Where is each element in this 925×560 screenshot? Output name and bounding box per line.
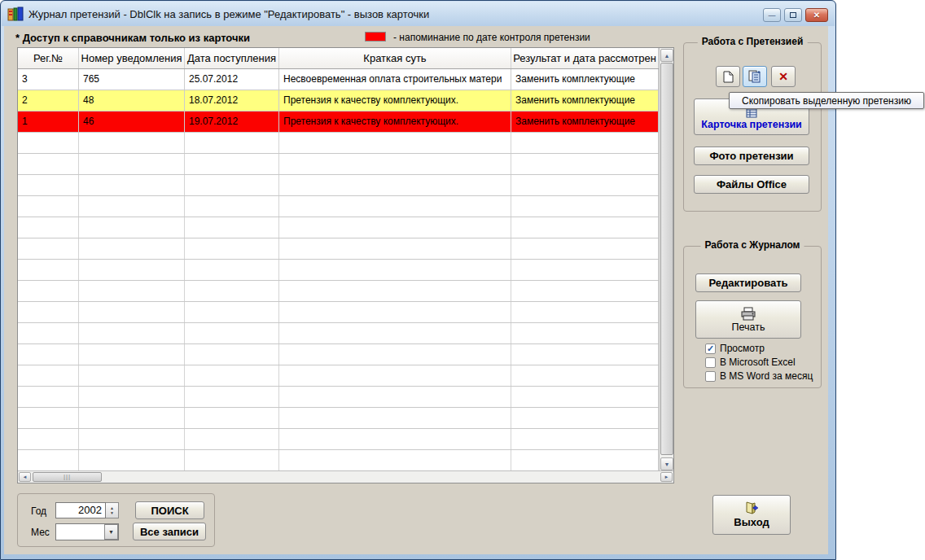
app-books-icon (7, 7, 24, 21)
scroll-right-button[interactable]: ► (660, 472, 673, 482)
scroll-down-icon: ▼ (664, 462, 670, 467)
cell-reg: 3 (18, 69, 79, 90)
claim-panel: Работа с Претензией ✕ (683, 42, 822, 212)
cell-result: Заменить комплектующие (511, 90, 659, 111)
table-empty-row (18, 133, 660, 154)
table-row[interactable]: 3 765 25.07.2012 Несвоевременная оплата … (18, 69, 660, 90)
horizontal-scroll-thumb[interactable]: ||| (33, 472, 102, 482)
check-icon: ✓ (707, 344, 714, 353)
new-document-icon (723, 71, 734, 83)
titlebar[interactable]: Журнал претензий - DblClk на запись в ре… (2, 2, 835, 26)
vertical-scrollbar[interactable]: ▲ ▼ (659, 48, 673, 471)
scroll-up-button[interactable]: ▲ (660, 49, 673, 62)
copy-icon (748, 70, 761, 83)
cell-date: 19.07.2012 (185, 112, 279, 132)
cell-date: 25.07.2012 (185, 69, 279, 90)
preview-checkbox-row[interactable]: ✓ Просмотр (705, 343, 765, 354)
cell-essence: Претензия к качеству комплектующих. (279, 112, 511, 132)
excel-checkbox-row[interactable]: ✓ В Microsoft Excel (705, 357, 796, 368)
table-empty-row (18, 217, 660, 238)
month-dropdown-button[interactable]: ▼ (104, 524, 118, 540)
scroll-left-icon: ◄ (23, 475, 28, 479)
col-header-essence[interactable]: Краткая суть (279, 48, 511, 68)
print-label: Печать (732, 322, 765, 333)
office-files-label: Файлы Office (717, 178, 787, 190)
table-empty-row (18, 154, 660, 175)
table-empty-row (18, 196, 660, 217)
scroll-right-icon: ► (664, 475, 669, 479)
table-empty-row (18, 344, 660, 365)
claim-panel-title: Работа с Претензией (698, 36, 808, 47)
col-header-reg[interactable]: Рег.№ (18, 48, 79, 68)
claim-photo-button[interactable]: Фото претензии (694, 147, 809, 165)
preview-checkbox-label: Просмотр (720, 343, 765, 354)
cell-essence: Несвоевременная оплата строительных мате… (279, 69, 511, 90)
print-button[interactable]: Печать (695, 300, 801, 339)
vertical-scroll-thumb[interactable] (660, 63, 673, 455)
exit-door-icon (744, 501, 759, 514)
cell-result: Заменить комплектующие (511, 69, 659, 90)
cell-essence: Претензия к качеству комплектующих. (279, 90, 511, 111)
table-empty-row (18, 302, 660, 323)
client-area: * Доступ к справочникам только из карточ… (4, 26, 828, 554)
search-button[interactable]: ПОИСК (135, 501, 204, 519)
year-spinner[interactable]: ▲ ▼ (106, 502, 119, 518)
delete-claim-button[interactable]: ✕ (771, 66, 796, 87)
year-field[interactable]: 2002 (55, 502, 106, 518)
office-files-button[interactable]: Файлы Office (694, 175, 809, 194)
exit-label: Выход (734, 516, 769, 528)
table-empty-row (18, 408, 660, 429)
claim-card-label: Карточка претензии (701, 119, 802, 130)
access-note: * Доступ к справочникам только из карточ… (15, 32, 250, 44)
table-body: 3 765 25.07.2012 Несвоевременная оплата … (18, 69, 660, 471)
app-window: Журнал претензий - DblClk на запись в ре… (0, 0, 836, 560)
minimize-icon: — (769, 11, 776, 20)
preview-checkbox[interactable]: ✓ (705, 343, 716, 354)
col-header-num[interactable]: Номер уведомления (79, 48, 185, 68)
col-header-result[interactable]: Результат и дата рассмотрен (511, 48, 659, 68)
table-empty-row (18, 260, 660, 281)
close-button[interactable]: ✕ (805, 8, 828, 22)
copy-claim-button[interactable] (743, 66, 767, 87)
excel-checkbox-label: В Microsoft Excel (720, 357, 796, 368)
word-checkbox-label: В MS Word за месяц (720, 370, 813, 382)
table-empty-row (18, 238, 660, 260)
printer-icon (740, 307, 756, 321)
table-empty-row (18, 450, 660, 471)
word-checkbox[interactable]: ✓ (705, 371, 716, 382)
close-icon: ✕ (813, 11, 820, 20)
cell-num: 46 (79, 112, 185, 132)
exit-button[interactable]: Выход (712, 495, 791, 535)
maximize-button[interactable] (784, 8, 802, 22)
new-claim-button[interactable] (716, 66, 740, 87)
table-empty-row (18, 387, 660, 408)
all-records-button[interactable]: Все записи (133, 523, 206, 540)
claims-table: Рег.№ Номер уведомления Дата поступления… (17, 47, 674, 483)
journal-panel: Работа с Журналом Редактировать Печать ✓… (683, 246, 822, 388)
table-row[interactable]: 2 48 18.07.2012 Претензия к качеству ком… (18, 90, 660, 112)
legend-color-swatch (365, 32, 386, 42)
dropdown-icon: ▼ (108, 529, 114, 535)
table-header: Рег.№ Номер уведомления Дата поступления… (18, 48, 673, 69)
word-checkbox-row[interactable]: ✓ В MS Word за месяц (705, 370, 813, 382)
horizontal-scrollbar[interactable]: ◄ ||| ► (18, 470, 673, 483)
year-label: Год (31, 505, 46, 517)
tooltip-text: Скопировать выделенную претензию (742, 95, 911, 107)
table-empty-row (18, 281, 660, 302)
minimize-button[interactable]: — (763, 8, 781, 22)
scroll-up-icon: ▲ (664, 53, 670, 59)
grip-icon: ||| (64, 473, 71, 480)
scroll-down-button[interactable]: ▼ (660, 457, 673, 470)
journal-panel-title: Работа с Журналом (701, 239, 804, 251)
table-row[interactable]: 1 46 19.07.2012 Претензия к качеству ком… (18, 112, 660, 133)
cell-date: 18.07.2012 (185, 90, 279, 111)
excel-checkbox[interactable]: ✓ (705, 357, 716, 368)
claim-photo-label: Фото претензии (709, 150, 793, 162)
table-empty-row (18, 429, 660, 450)
col-header-date[interactable]: Дата поступления (185, 48, 279, 68)
month-label: Мес (31, 527, 50, 538)
edit-button[interactable]: Редактировать (695, 273, 801, 292)
scroll-left-button[interactable]: ◄ (19, 472, 31, 482)
legend-text: - напоминание по дате контроля претензии (393, 32, 590, 43)
maximize-icon (790, 12, 796, 18)
